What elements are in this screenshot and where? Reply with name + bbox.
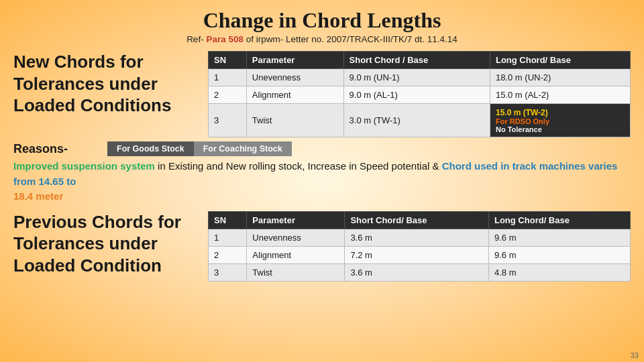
b-cell-param-1: Unevenness [247,229,345,246]
top-table: SN Parameter Short Chord / Base Long Cho… [208,51,631,137]
ref-prefix: Ref- [186,34,204,44]
top-col-sn: SN [209,52,247,69]
bottom-table-header-row: SN Parameter Short Chord/ Base Long Chor… [209,211,631,229]
table-row: 1 Unevenness 3.6 m 9.6 m [209,229,631,246]
cell-param-3: Twist [246,104,343,137]
page-number: 33 [631,351,639,359]
b-cell-short-1: 3.6 m [345,229,489,246]
bottom-heading-line3: Loaded Condition [13,255,208,277]
left-heading-line1: New Chords for [13,51,208,73]
main-container: Change in Chord Lengths Ref- Para 508 of… [0,0,644,362]
b-cell-long-1: 9.6 m [488,229,630,246]
b-cell-short-2: 7.2 m [345,246,489,263]
b-cell-sn-2: 2 [209,246,247,263]
ref-line: Ref- Para 508 of irpwm- Letter no. 2007/… [13,34,631,44]
top-col-short: Short Chord / Base [343,52,490,69]
reasons-label: Reasons- [13,142,101,156]
left-heading-line2: Tolerances under [13,73,208,95]
cell-sn-3: 3 [209,104,247,137]
table-row: 2 Alignment 9.0 m (AL-1) 15.0 m (AL-2) [209,86,631,104]
top-table-header-row: SN Parameter Short Chord / Base Long Cho… [209,52,631,69]
cell-short-3: 3.0 m (TW-1) [343,104,490,137]
bottom-col-parameter: Parameter [247,211,345,229]
highlight-improved-suspension: Improved suspension system [13,160,155,172]
bottom-table-wrapper: SN Parameter Short Chord/ Base Long Chor… [208,211,631,282]
ref-para: Para 508 [206,34,244,44]
table-row: 1 Unevenness 9.0 m (UN-1) 18.0 m (UN-2) [209,69,631,86]
cell-long-2: 15.0 m (AL-2) [490,86,630,104]
stock-badges: For Goods Stock For Coaching Stock [107,141,292,156]
top-table-wrapper: SN Parameter Short Chord / Base Long Cho… [208,51,631,137]
coaching-stock-badge: For Coaching Stock [194,141,292,156]
top-col-long: Long Chord/ Base [490,52,630,69]
cell-short-2: 9.0 m (AL-1) [343,86,490,104]
top-col-parameter: Parameter [246,52,343,69]
goods-stock-badge: For Goods Stock [107,141,194,156]
bottom-table: SN Parameter Short Chord/ Base Long Chor… [208,211,631,282]
top-section: New Chords for Tolerances under Loaded C… [13,51,631,137]
b-cell-long-3: 4.8 m [488,263,630,281]
table-row: 3 Twist 3.6 m 4.8 m [209,263,631,281]
bottom-left-heading: Previous Chords for Tolerances under Loa… [13,211,208,277]
bottom-heading-line1: Previous Chords for [13,211,208,233]
bottom-heading-line2: Tolerances under [13,233,208,255]
rdso-label: For RDSO Only [496,117,625,125]
bottom-col-long: Long Chord/ Base [488,211,630,229]
page-title: Change in Chord Lengths [13,8,631,33]
suspension-text-1: in Existing and New rolling stock, Incre… [158,160,442,172]
bottom-col-sn: SN [209,211,247,229]
ref-suffix: of irpwm- Letter no. 2007/TRACK-III/TK/7… [246,34,458,44]
bottom-col-short: Short Chord/ Base [345,211,489,229]
cell-param-1: Unevenness [246,69,343,86]
b-cell-sn-3: 3 [209,263,247,281]
b-cell-long-2: 9.6 m [488,246,630,263]
b-cell-short-3: 3.6 m [345,263,489,281]
suspension-para: Improved suspension system in Existing a… [13,159,631,204]
cell-param-2: Alignment [246,86,343,104]
cell-sn-1: 1 [209,69,247,86]
table-row: 2 Alignment 7.2 m 9.6 m [209,246,631,263]
cell-long-3: 15.0 m (TW-2) For RDSO Only No Tolerance [490,104,630,137]
left-heading-line3: Loaded Conditions [13,95,208,117]
cell-sn-2: 2 [209,86,247,104]
b-cell-sn-1: 1 [209,229,247,246]
table-row-twist: 3 Twist 3.0 m (TW-1) 15.0 m (TW-2) For R… [209,104,631,137]
left-heading: New Chords for Tolerances under Loaded C… [13,51,208,117]
b-cell-param-3: Twist [247,263,345,281]
b-cell-param-2: Alignment [247,246,345,263]
highlight-meter: 18.4 meter [13,190,63,202]
cell-long-1: 18.0 m (UN-2) [490,69,630,86]
cell-short-1: 9.0 m (UN-1) [343,69,490,86]
reasons-row: Reasons- For Goods Stock For Coaching St… [13,141,631,156]
bottom-section: Previous Chords for Tolerances under Loa… [13,211,631,282]
no-tolerance-label: No Tolerance [496,125,625,133]
